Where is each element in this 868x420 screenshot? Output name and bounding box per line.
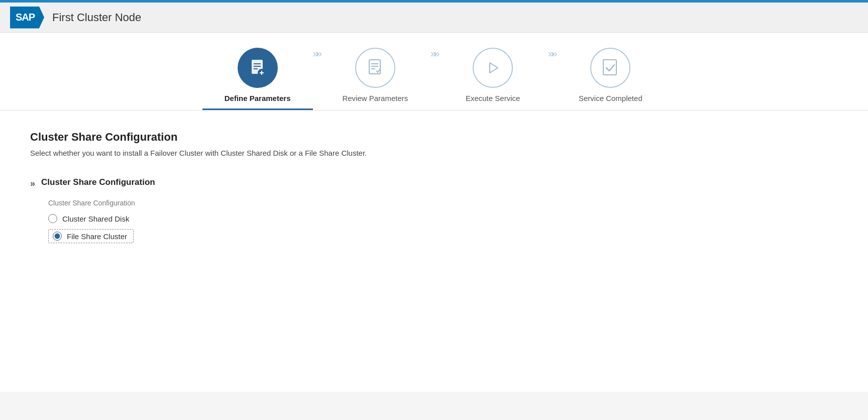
svg-marker-11 [490,63,498,73]
chevron-indicator-icon: » [30,178,33,189]
main-content: Cluster Share Configuration Select wheth… [0,111,868,392]
form-label: Cluster Share Configuration [48,199,838,207]
radio-file-share-cluster[interactable] [53,232,62,241]
wizard-arrow-3: »» [548,48,555,80]
step-label-review-parameters: Review Parameters [342,94,408,102]
step-circle-define-parameters [238,48,278,88]
wizard-step-review-parameters[interactable]: Review Parameters [320,48,430,109]
step-underline-define-parameters [202,109,313,110]
form-group-cluster-share: Cluster Share Configuration Cluster Shar… [48,199,838,249]
radio-option-file-share-cluster[interactable]: File Share Cluster [48,229,134,243]
step-label-service-completed: Service Completed [579,94,642,102]
wizard-step-execute-service[interactable]: Execute Service [438,48,548,109]
wizard-arrow-2: »» [430,48,438,80]
svg-rect-12 [603,60,616,75]
list-add-icon [248,58,268,78]
radio-cluster-shared-disk[interactable] [48,214,57,223]
wizard-arrow-1: »» [313,48,320,80]
section-description: Select whether you want to install a Fai… [30,149,838,157]
check-icon [600,58,620,78]
subsection-title: Cluster Share Configuration [41,177,155,187]
page-title: First Cluster Node [52,11,141,24]
play-icon [483,58,503,78]
step-circle-review-parameters [355,48,395,88]
label-cluster-shared-disk: Cluster Shared Disk [62,215,129,223]
wizard-step-define-parameters[interactable]: Define Parameters [202,48,313,110]
step-label-execute-service: Execute Service [466,94,520,102]
wizard-step-service-completed[interactable]: Service Completed [555,48,666,109]
subsection-header-row: » Cluster Share Configuration [30,177,838,189]
step-circle-service-completed [590,48,630,88]
section-title: Cluster Share Configuration [30,131,838,144]
header: SAP First Cluster Node [0,3,868,33]
review-icon [365,58,385,78]
radio-option-cluster-shared-disk[interactable]: Cluster Shared Disk [48,214,838,223]
step-circle-execute-service [473,48,513,88]
sap-logo: SAP [10,7,44,29]
step-label-define-parameters: Define Parameters [225,94,291,102]
label-file-share-cluster: File Share Cluster [67,232,127,241]
wizard-steps: Define Parameters »» Review Parameters »… [0,33,868,111]
